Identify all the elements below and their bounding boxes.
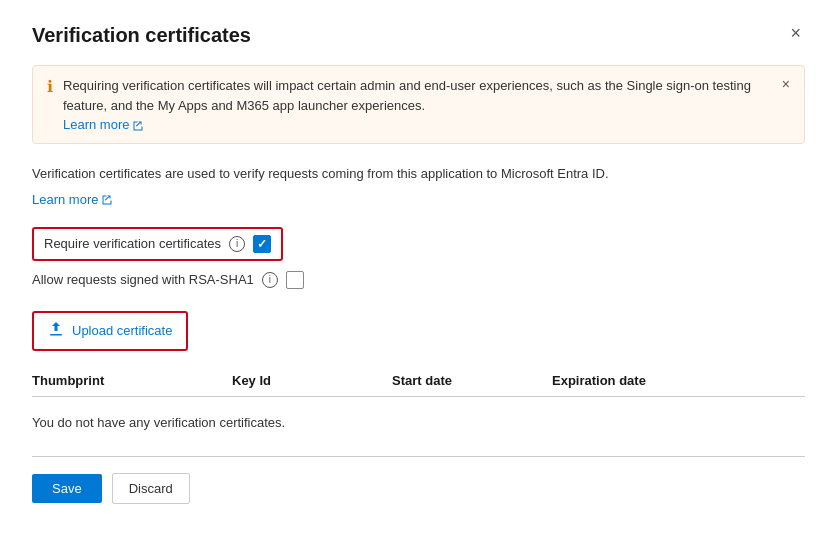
alert-content: Requiring verification certificates will…	[63, 76, 772, 133]
modal-header: Verification certificates ×	[32, 24, 805, 47]
rsa-sha1-label: Allow requests signed with RSA-SHA1	[32, 272, 254, 287]
upload-arrow-icon	[48, 321, 64, 337]
modal-close-button[interactable]: ×	[786, 24, 805, 42]
require-cert-label: Require verification certificates	[44, 236, 221, 251]
require-cert-checkbox[interactable]	[253, 235, 271, 253]
description-learn-more-link[interactable]: Learn more	[32, 192, 113, 207]
rsa-sha1-checkbox[interactable]	[286, 271, 304, 289]
column-start-date: Start date	[392, 373, 552, 388]
description-text: Verification certificates are used to ve…	[32, 164, 805, 184]
footer-actions: Save Discard	[32, 473, 805, 504]
alert-learn-more-link[interactable]: Learn more	[63, 117, 144, 132]
upload-certificate-button[interactable]: Upload certificate	[32, 311, 188, 351]
column-thumbprint: Thumbprint	[32, 373, 232, 388]
require-cert-info-icon[interactable]: i	[229, 236, 245, 252]
description-external-link-icon	[101, 194, 113, 206]
table-empty-message: You do not have any verification certifi…	[32, 405, 805, 440]
alert-icon: ℹ	[47, 77, 53, 96]
table-header-row: Thumbprint Key Id Start date Expiration …	[32, 373, 805, 397]
svg-rect-0	[50, 334, 62, 336]
column-expiration-date: Expiration date	[552, 373, 712, 388]
external-link-icon	[132, 120, 144, 132]
upload-icon	[48, 321, 64, 341]
modal-title: Verification certificates	[32, 24, 251, 47]
alert-close-button[interactable]: ×	[782, 76, 790, 92]
require-cert-option-row: Require verification certificates i	[32, 227, 283, 261]
column-key-id: Key Id	[232, 373, 392, 388]
options-section: Require verification certificates i Allo…	[32, 227, 805, 293]
certificates-table: Thumbprint Key Id Start date Expiration …	[32, 373, 805, 440]
rsa-sha1-info-icon[interactable]: i	[262, 272, 278, 288]
footer-divider	[32, 456, 805, 457]
discard-button[interactable]: Discard	[112, 473, 190, 504]
alert-text: Requiring verification certificates will…	[63, 78, 751, 113]
alert-banner: ℹ Requiring verification certificates wi…	[32, 65, 805, 144]
upload-section: Upload certificate	[32, 311, 805, 351]
save-button[interactable]: Save	[32, 474, 102, 503]
modal-container: Verification certificates × ℹ Requiring …	[0, 0, 837, 551]
rsa-sha1-option-row: Allow requests signed with RSA-SHA1 i	[32, 267, 805, 293]
